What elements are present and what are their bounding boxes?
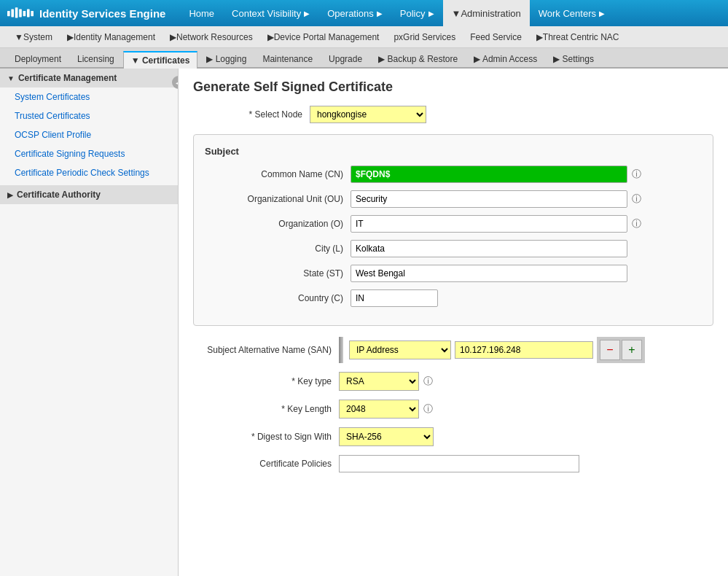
tab-upgrade[interactable]: Upgrade	[321, 50, 369, 67]
cert-policies-input[interactable]	[339, 455, 579, 472]
san-label: Subject Alternative Name (SAN)	[193, 345, 339, 355]
common-name-input[interactable]	[351, 166, 627, 183]
san-add-button[interactable]: +	[622, 340, 642, 360]
country-input[interactable]	[351, 289, 438, 307]
org-unit-row: Organizational Unit (OU) ⓘ	[205, 190, 702, 208]
sidebar: ◀ ▼ Certificate Management System Certif…	[0, 69, 179, 576]
arrow-right-icon: ▶	[170, 32, 176, 42]
nav-identity-management[interactable]: ▶ Identity Management	[60, 26, 163, 47]
key-length-dropdown[interactable]: 512 1024 2048 4096	[339, 400, 419, 419]
tab-licensing[interactable]: Licensing	[70, 50, 122, 67]
expand-icon: ▶	[7, 191, 13, 199]
chevron-right-icon: ▶	[428, 9, 434, 17]
select-node-dropdown[interactable]: hongkongise	[310, 106, 426, 123]
subject-title: Subject	[205, 146, 702, 157]
svg-rect-6	[31, 11, 34, 16]
cert-policies-row: Certificate Policies	[193, 455, 713, 472]
svg-rect-0	[7, 11, 10, 16]
city-label: City (L)	[205, 244, 351, 254]
digest-label: * Digest to Sign With	[193, 432, 339, 442]
org-row: Organization (O) ⓘ	[205, 215, 702, 233]
sidebar-section-certificate-authority[interactable]: ▶ Certificate Authority	[0, 185, 178, 204]
svg-rect-2	[15, 7, 18, 17]
san-remove-button[interactable]: −	[600, 340, 620, 360]
svg-rect-4	[23, 11, 26, 16]
tab-logging[interactable]: ▶ Logging	[199, 50, 254, 67]
info-icon[interactable]: ⓘ	[632, 168, 641, 181]
tab-backup-restore[interactable]: ▶ Backup & Restore	[371, 50, 465, 67]
nav-pxgrid-services[interactable]: pxGrid Services	[386, 26, 463, 47]
expand-icon: ▼	[7, 74, 15, 82]
nav-device-portal-management[interactable]: ▶ Device Portal Management	[260, 26, 387, 47]
org-input[interactable]	[351, 215, 627, 233]
country-row: Country (C)	[205, 289, 702, 307]
tab-settings[interactable]: ▶ Settings	[546, 50, 601, 67]
nav-home[interactable]: Home	[180, 0, 223, 26]
chevron-right-icon: ▶	[599, 9, 605, 17]
second-navigation: ▼ System ▶ Identity Management ▶ Network…	[0, 26, 728, 48]
san-type-dropdown[interactable]: IP Address DNS Email URI	[349, 340, 451, 359]
tab-maintenance[interactable]: Maintenance	[255, 50, 320, 67]
key-type-label: * Key type	[193, 376, 339, 386]
main-content: Generate Self Signed Certificate * Selec…	[179, 69, 728, 576]
sidebar-item-system-certificates[interactable]: System Certificates	[0, 87, 178, 106]
digest-dropdown[interactable]: SHA-256 SHA-384 SHA-512	[339, 427, 434, 446]
city-row: City (L)	[205, 240, 702, 257]
svg-rect-5	[27, 9, 30, 17]
common-name-label: Common Name (CN)	[205, 169, 351, 179]
chevron-down-icon: ▼	[15, 32, 23, 42]
sidebar-item-ocsp-client-profile[interactable]: OCSP Client Profile	[0, 125, 178, 144]
select-node-row: * Select Node hongkongise	[193, 106, 713, 123]
info-icon[interactable]: ⓘ	[423, 402, 433, 416]
sidebar-item-trusted-certificates[interactable]: Trusted Certificates	[0, 106, 178, 125]
country-label: Country (C)	[205, 293, 351, 303]
san-drag-handle[interactable]	[339, 337, 343, 363]
digest-row: * Digest to Sign With SHA-256 SHA-384 SH…	[193, 427, 713, 446]
san-value-input[interactable]	[455, 341, 593, 359]
svg-rect-1	[11, 9, 14, 17]
key-type-dropdown[interactable]: RSA ECDSA	[339, 372, 419, 391]
sidebar-item-certificate-signing-requests[interactable]: Certificate Signing Requests	[0, 144, 178, 163]
svg-rect-3	[19, 9, 22, 17]
nav-work-centers[interactable]: Work Centers ▶	[530, 0, 614, 26]
key-type-row: * Key type RSA ECDSA ⓘ	[193, 372, 713, 391]
org-unit-label: Organizational Unit (OU)	[205, 194, 351, 204]
chevron-right-icon: ▶	[304, 9, 310, 17]
page-title: Generate Self Signed Certificate	[193, 79, 713, 95]
state-label: State (ST)	[205, 268, 351, 279]
sidebar-section-certificate-management[interactable]: ▼ Certificate Management	[0, 69, 178, 87]
subject-container: Subject Common Name (CN) ⓘ Organizationa…	[193, 134, 713, 326]
common-name-row: Common Name (CN) ⓘ	[205, 166, 702, 183]
arrow-right-icon: ▶	[378, 54, 387, 64]
org-unit-input[interactable]	[351, 190, 627, 208]
top-navigation: Identity Services Engine Home Context Vi…	[0, 0, 728, 26]
city-input[interactable]	[351, 240, 627, 257]
san-row: Subject Alternative Name (SAN) IP Addres…	[193, 337, 713, 363]
cert-policies-label: Certificate Policies	[193, 459, 339, 469]
arrow-right-icon: ▶	[553, 54, 562, 64]
sidebar-item-certificate-periodic-check-settings[interactable]: Certificate Periodic Check Settings	[0, 163, 178, 182]
info-icon[interactable]: ⓘ	[423, 375, 433, 388]
nav-system[interactable]: ▼ System	[7, 26, 60, 47]
nav-threat-centric-nac[interactable]: ▶ Threat Centric NAC	[529, 26, 627, 47]
chevron-right-icon: ▶	[377, 9, 383, 17]
tab-deployment[interactable]: Deployment	[7, 50, 69, 67]
key-length-label: * Key Length	[193, 404, 339, 414]
tab-admin-access[interactable]: ▶ Admin Access	[466, 50, 544, 67]
arrow-right-icon: ▶	[67, 32, 74, 42]
content-wrapper: ◀ ▼ Certificate Management System Certif…	[0, 69, 728, 576]
cisco-logo-icon	[7, 6, 34, 20]
nav-network-resources[interactable]: ▶ Network Resources	[163, 26, 260, 47]
info-icon[interactable]: ⓘ	[632, 217, 641, 230]
state-input[interactable]	[351, 265, 627, 282]
tab-certificates[interactable]: ▼ Certificates	[123, 51, 198, 69]
nav-feed-service[interactable]: Feed Service	[463, 26, 529, 47]
san-controls: IP Address DNS Email URI − +	[339, 337, 645, 363]
nav-administration[interactable]: ▼ Administration	[443, 0, 530, 26]
nav-context-visibility[interactable]: Context Visibility ▶	[223, 0, 318, 26]
arrow-right-icon: ▶	[267, 32, 274, 42]
nav-policy[interactable]: Policy ▶	[391, 0, 443, 26]
arrow-right-icon: ▶	[206, 54, 215, 64]
info-icon[interactable]: ⓘ	[632, 192, 641, 206]
nav-operations[interactable]: Operations ▶	[318, 0, 391, 26]
